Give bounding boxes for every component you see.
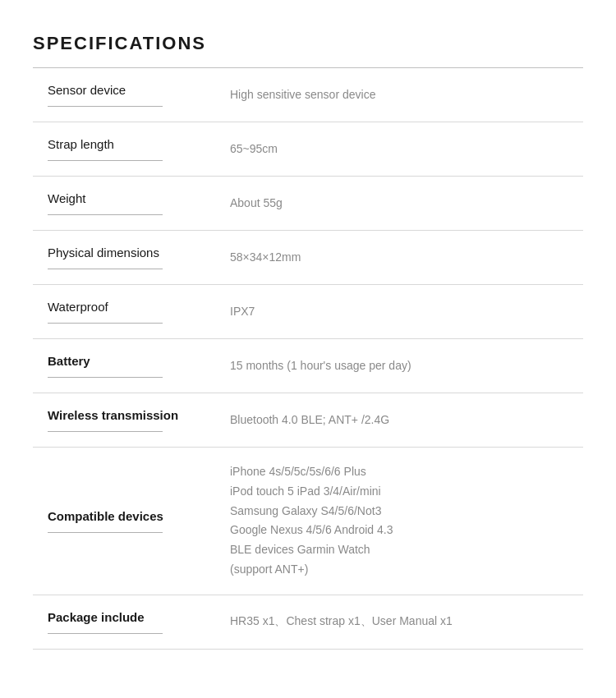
label-underline [48, 431, 163, 432]
spec-label-cell: Strap length [33, 122, 222, 177]
spec-value: HR35 x1、Chest strap x1、User Manual x1 [222, 595, 583, 649]
spec-value: IPX7 [222, 285, 583, 339]
spec-label: Physical dimensions [41, 246, 159, 259]
label-underline [48, 377, 163, 378]
table-row: Physical dimensions58×34×12mm [33, 231, 583, 285]
table-row: WeightAbout 55g [33, 177, 583, 231]
label-underline [48, 214, 163, 215]
table-row: Battery15 months (1 hour's usage per day… [33, 339, 583, 393]
spec-label: Weight [41, 191, 85, 205]
spec-value: 15 months (1 hour's usage per day) [222, 339, 583, 393]
spec-label-cell: Package include [33, 595, 222, 649]
table-row: Sensor deviceHigh sensitive sensor devic… [33, 68, 583, 122]
label-underline [48, 532, 163, 533]
spec-label-cell: Physical dimensions [33, 231, 222, 285]
label-underline [48, 633, 163, 634]
spec-label: Sensor device [41, 83, 126, 97]
spec-label: Compatible devices [41, 509, 163, 523]
spec-label: Wireless transmission [41, 408, 178, 422]
label-underline [48, 106, 163, 107]
spec-label: Waterproof [41, 300, 108, 314]
spec-label-cell: Waterproof [33, 285, 222, 339]
spec-label: Package include [41, 610, 145, 624]
page-title: SPECIFICATIONS [33, 33, 583, 54]
spec-value: 58×34×12mm [222, 231, 583, 285]
spec-label-cell: Compatible devices [33, 448, 222, 595]
spec-label-cell: Weight [33, 177, 222, 231]
spec-label: Strap length [41, 137, 114, 151]
spec-label-cell: Sensor device [33, 68, 222, 122]
table-row: Compatible devicesiPhone 4s/5/5c/5s/6/6 … [33, 448, 583, 595]
spec-label-cell: Wireless transmission [33, 393, 222, 448]
spec-value: About 55g [222, 177, 583, 231]
label-underline [48, 160, 163, 161]
spec-value: iPhone 4s/5/5c/5s/6/6 PlusiPod touch 5 i… [222, 448, 583, 595]
label-underline [48, 323, 163, 324]
table-row: Package includeHR35 x1、Chest strap x1、Us… [33, 595, 583, 649]
table-row: Wireless transmissionBluetooth 4.0 BLE; … [33, 393, 583, 448]
table-row: WaterproofIPX7 [33, 285, 583, 339]
spec-value: 65~95cm [222, 122, 583, 177]
spec-value: Bluetooth 4.0 BLE; ANT+ /2.4G [222, 393, 583, 448]
spec-label: Battery [41, 354, 90, 368]
specs-table: Sensor deviceHigh sensitive sensor devic… [33, 68, 583, 650]
spec-label-cell: Battery [33, 339, 222, 393]
spec-value: High sensitive sensor device [222, 68, 583, 122]
label-underline [48, 269, 163, 269]
table-row: Strap length65~95cm [33, 122, 583, 177]
